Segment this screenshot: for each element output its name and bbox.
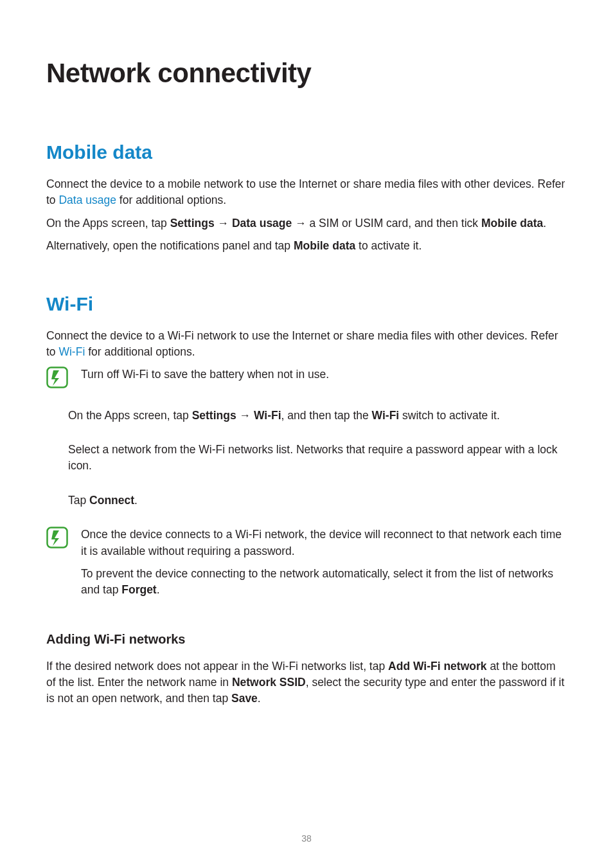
label-settings: Settings xyxy=(192,409,236,422)
heading-mobile-data: Mobile data xyxy=(46,141,567,163)
step-3: Tap Connect. xyxy=(68,493,567,509)
heading-wifi: Wi-Fi xyxy=(46,293,567,315)
section-wifi: Wi-Fi Connect the device to a Wi-Fi netw… xyxy=(46,293,567,707)
step-1: On the Apps screen, tap Settings → Wi-Fi… xyxy=(68,408,567,424)
text: → a SIM or USIM card, and then tick xyxy=(292,217,481,230)
page: Network connectivity Mobile data Connect… xyxy=(0,0,613,868)
text: On the Apps screen, tap xyxy=(68,409,192,422)
arrow: → xyxy=(236,409,254,422)
mobile-paragraph-3: Alternatively, open the notifications pa… xyxy=(46,238,567,254)
label-mobile-data: Mobile data xyxy=(294,239,355,252)
label-save: Save xyxy=(231,692,258,705)
wifi-paragraph-1: Connect the device to a Wi-Fi network to… xyxy=(46,328,567,361)
text: . xyxy=(157,583,160,596)
link-data-usage[interactable]: Data usage xyxy=(58,194,116,206)
text: Alternatively, open the notifications pa… xyxy=(46,239,294,252)
text: switch to activate it. xyxy=(399,409,500,422)
steps-list: On the Apps screen, tap Settings → Wi-Fi… xyxy=(68,408,567,509)
text: . xyxy=(543,217,546,230)
note-icon xyxy=(46,366,68,388)
adding-wifi-paragraph: If the desired network does not appear i… xyxy=(46,658,567,707)
page-number: 38 xyxy=(0,833,613,844)
step-2: Select a network from the Wi-Fi networks… xyxy=(68,442,567,475)
page-title: Network connectivity xyxy=(46,58,567,89)
note-body: Turn off Wi-Fi to save the battery when … xyxy=(81,366,567,389)
heading-adding-wifi: Adding Wi-Fi networks xyxy=(46,632,567,647)
text: for additional options. xyxy=(85,345,195,358)
note-icon xyxy=(46,527,68,548)
label-add-wifi-network: Add Wi-Fi network xyxy=(388,660,486,673)
mobile-paragraph-2: On the Apps screen, tap Settings → Data … xyxy=(46,215,567,231)
label-connect: Connect xyxy=(89,494,134,507)
text: Tap xyxy=(68,494,89,507)
label-wifi: Wi-Fi xyxy=(254,409,281,422)
label-network-ssid: Network SSID xyxy=(232,676,306,689)
text: . xyxy=(134,494,138,507)
mobile-paragraph-1: Connect the device to a mobile network t… xyxy=(46,176,567,209)
note-text: Turn off Wi-Fi to save the battery when … xyxy=(81,366,567,383)
label-forget: Forget xyxy=(121,583,156,596)
label-data-usage: Data usage xyxy=(232,217,292,230)
text: to activate it. xyxy=(355,239,422,252)
note-battery-tip: Turn off Wi-Fi to save the battery when … xyxy=(46,366,567,389)
note-text-1: Once the device connects to a Wi-Fi netw… xyxy=(81,527,567,559)
text: . xyxy=(258,692,261,705)
text: If the desired network does not appear i… xyxy=(46,660,388,673)
arrow: → xyxy=(215,217,232,230)
text: for additional options. xyxy=(116,194,226,206)
label-settings: Settings xyxy=(170,217,215,230)
label-mobile-data: Mobile data xyxy=(481,217,543,230)
text: Select a network from the Wi-Fi networks… xyxy=(68,442,567,475)
label-wifi-switch: Wi-Fi xyxy=(372,409,400,422)
note-body: Once the device connects to a Wi-Fi netw… xyxy=(81,527,567,605)
note-reconnect: Once the device connects to a Wi-Fi netw… xyxy=(46,527,567,605)
note-text-2: To prevent the device connecting to the … xyxy=(81,566,567,599)
link-wifi[interactable]: Wi-Fi xyxy=(58,345,85,358)
text: On the Apps screen, tap xyxy=(46,217,170,230)
text: , and then tap the xyxy=(281,409,372,422)
section-mobile-data: Mobile data Connect the device to a mobi… xyxy=(46,141,567,255)
